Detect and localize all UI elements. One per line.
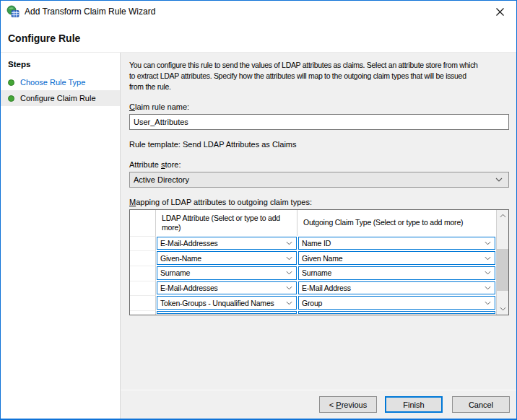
outgoing-claim-select[interactable]: Given Name (298, 251, 495, 265)
outgoing-claim-select[interactable]: Name ID (298, 237, 495, 250)
outgoing-claim-value: Name ID (302, 239, 331, 248)
close-button[interactable] (484, 1, 516, 22)
previous-button[interactable]: < Previous (319, 396, 377, 413)
ldap-attribute-column-header: LDAP Attribute (Select or type to add mo… (156, 210, 297, 236)
page-header: Configure Rule (1, 22, 516, 53)
attribute-store-select[interactable]: Active Directory (129, 172, 509, 188)
wizard-window: Add Transform Claim Rule Wizard Configur… (0, 0, 517, 420)
outgoing-claim-select[interactable]: E-Mail Address (298, 281, 495, 295)
scrollbar-thumb[interactable] (497, 249, 508, 291)
mapping-new-row-partial (130, 310, 496, 315)
ldap-attribute-select[interactable]: E-Mail-Addresses (157, 237, 297, 250)
outgoing-claim-select[interactable] (298, 311, 495, 314)
row-selector[interactable] (130, 281, 156, 296)
claim-rule-name-input[interactable] (129, 114, 509, 130)
outgoing-claim-value: Group (302, 299, 322, 307)
table-scrollbar[interactable] (496, 210, 508, 315)
chevron-down-icon (485, 271, 495, 275)
chevron-down-icon (286, 256, 296, 261)
step-complete-icon (8, 79, 14, 86)
outgoing-claim-value: Given Name (302, 254, 342, 263)
row-selector[interactable] (130, 236, 156, 251)
sidebar-item-choose-rule-type[interactable]: Choose Rule Type (1, 74, 120, 90)
wizard-footer: < Previous Finish Cancel (121, 390, 516, 419)
outgoing-claim-value: E-Mail Address (302, 284, 351, 292)
ldap-attribute-select[interactable] (157, 311, 297, 314)
steps-sidebar: Steps Choose Rule Type Configure Claim R… (1, 53, 121, 419)
chevron-down-icon (500, 307, 506, 311)
chevron-down-icon (286, 301, 296, 305)
attribute-store-value: Active Directory (134, 175, 189, 184)
ldap-attribute-select[interactable]: Surname (157, 266, 297, 280)
close-icon (496, 8, 504, 16)
mapping-row: Surname Surname (130, 266, 496, 281)
row-selector[interactable] (130, 295, 156, 310)
cancel-button[interactable]: Cancel (452, 396, 510, 413)
scroll-up-button[interactable] (497, 210, 508, 222)
finish-button[interactable]: Finish (385, 396, 443, 413)
wizard-content: You can configure this rule to send the … (121, 53, 516, 390)
outgoing-claim-select[interactable]: Surname (298, 266, 495, 280)
claim-rule-name-label: Claim rule name: (129, 102, 510, 111)
chevron-down-icon (286, 271, 296, 275)
ldap-attribute-select[interactable]: Token-Groups - Unqualified Names (157, 296, 297, 310)
chevron-down-icon (485, 256, 495, 261)
row-selector[interactable] (130, 266, 156, 281)
ldap-attribute-value: E-Mail-Addresses (160, 239, 218, 248)
mapping-table-label: Mapping of LDAP attributes to outgoing c… (129, 198, 510, 206)
steps-heading: Steps (1, 57, 120, 74)
chevron-down-icon (485, 241, 495, 245)
scroll-down-button[interactable] (497, 303, 508, 315)
ldap-attribute-value: Surname (160, 268, 190, 277)
row-selector[interactable] (130, 310, 156, 315)
chevron-down-icon (286, 286, 296, 290)
ldap-attribute-select[interactable]: Given-Name (157, 251, 297, 265)
ldap-attribute-value: Given-Name (160, 254, 201, 263)
attribute-store-label: Attribute store: (129, 160, 510, 169)
ldap-attribute-value: Token-Groups - Unqualified Names (160, 299, 274, 307)
mapping-row: Given-Name Given Name (130, 250, 496, 266)
mapping-table: LDAP Attribute (Select or type to add mo… (129, 209, 509, 315)
chevron-down-icon (286, 241, 296, 245)
page-title: Configure Rule (8, 32, 516, 44)
outgoing-claim-column-header: Outgoing Claim Type (Select or type to a… (297, 210, 496, 236)
ldap-attribute-value: E-Mail-Addresses (160, 284, 218, 292)
chevron-up-icon (500, 214, 506, 218)
rule-description-text: You can configure this rule to send the … (129, 60, 510, 92)
rule-template-text: Rule template: Send LDAP Attributes as C… (129, 140, 510, 149)
chevron-down-icon (485, 286, 495, 290)
mapping-table-header: LDAP Attribute (Select or type to add mo… (130, 210, 496, 236)
step-label: Configure Claim Rule (20, 94, 96, 102)
window-title: Add Transform Claim Rule Wizard (25, 6, 155, 17)
ldap-attribute-select[interactable]: E-Mail-Addresses (157, 281, 297, 295)
chevron-down-icon (485, 301, 495, 305)
mapping-row: Token-Groups - Unqualified Names Group (130, 295, 496, 310)
chevron-down-icon (495, 178, 508, 182)
outgoing-claim-select[interactable]: Group (298, 296, 495, 310)
scrollbar-track[interactable] (497, 222, 508, 303)
row-selector[interactable] (130, 250, 156, 266)
focus-dotted-line (160, 313, 296, 314)
row-selector-column-header (130, 210, 156, 236)
outgoing-claim-value: Surname (302, 268, 331, 277)
adfs-app-icon (6, 5, 19, 18)
title-bar[interactable]: Add Transform Claim Rule Wizard (1, 1, 516, 22)
mapping-row: E-Mail-Addresses Name ID (130, 236, 496, 251)
mapping-row: E-Mail-Addresses E-Mail Address (130, 281, 496, 296)
step-label: Choose Rule Type (20, 78, 85, 87)
sidebar-item-configure-claim-rule[interactable]: Configure Claim Rule (1, 90, 120, 106)
step-complete-icon (8, 95, 14, 102)
